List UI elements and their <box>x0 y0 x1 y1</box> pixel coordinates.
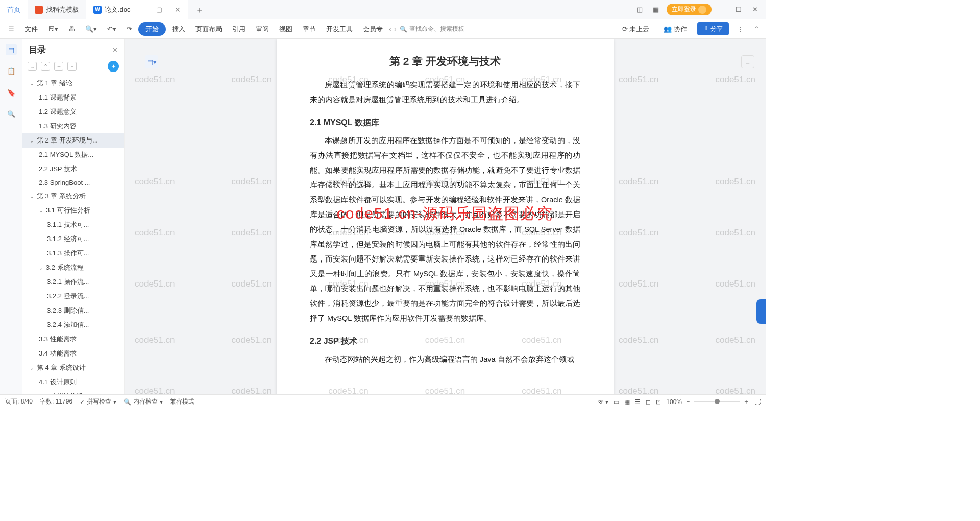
outline-item[interactable]: 4.1 设计原则 <box>22 375 124 389</box>
view-mode-read-icon[interactable]: ◻ <box>646 398 651 406</box>
status-compat[interactable]: 兼容模式 <box>170 397 194 406</box>
outline-item[interactable]: 3.2.4 添加信... <box>22 318 124 332</box>
view-mode-eye-icon[interactable]: 👁 ▾ <box>598 398 608 406</box>
window-minimize[interactable]: — <box>717 4 728 15</box>
menu-search[interactable]: 🔍 查找命令、搜索模板 <box>400 25 464 33</box>
status-page[interactable]: 页面: 8/40 <box>5 397 33 406</box>
menu-more-icon[interactable]: ⋮ <box>735 25 746 33</box>
expand-all-icon[interactable]: ⌃ <box>41 62 50 71</box>
outline-item[interactable]: 3.1.1 技术可... <box>22 218 124 232</box>
outline-item-label: 2.1 MYSQL 数据... <box>39 150 93 159</box>
cooperation-button[interactable]: 👥 协作 <box>659 22 691 36</box>
cloud-status[interactable]: ⟳ 未上云 <box>618 22 654 36</box>
outline-item[interactable]: ⌄3.1 可行性分析 <box>22 203 124 218</box>
zoom-out-icon[interactable]: － <box>685 397 691 406</box>
page-options-icon[interactable]: ≡ <box>741 55 754 68</box>
tab-close-icon[interactable]: ✕ <box>175 6 181 14</box>
window-maximize[interactable]: ☐ <box>733 4 744 15</box>
share-button[interactable]: ⇧ 分享 <box>697 22 729 35</box>
chevron-down-icon[interactable]: ⌄ <box>39 208 45 214</box>
collapse-all-icon[interactable]: ⌄ <box>28 62 37 71</box>
outline-item[interactable]: 3.4 功能需求 <box>22 346 124 361</box>
tab-label: 找稻壳模板 <box>46 5 79 14</box>
status-contentcheck[interactable]: 🔍 内容检查 ▾ <box>124 397 163 406</box>
outline-item[interactable]: ⌄第 1 章 绪论 <box>22 76 124 90</box>
outline-item[interactable]: 1.3 研究内容 <box>22 119 124 133</box>
menu-chapter[interactable]: 章节 <box>299 22 320 36</box>
status-words[interactable]: 字数: 11796 <box>40 397 72 406</box>
menu-collapse-icon[interactable]: ⌃ <box>752 25 762 33</box>
chevron-down-icon[interactable]: ⌄ <box>39 265 45 271</box>
outline-item[interactable]: 3.3 性能需求 <box>22 332 124 346</box>
outline-item[interactable]: 2.1 MYSQL 数据... <box>22 148 124 162</box>
outline-close-icon[interactable]: ✕ <box>112 46 118 54</box>
outline-icon[interactable]: ▤ <box>6 44 17 55</box>
fullscreen-icon[interactable]: ⛶ <box>754 398 761 406</box>
menu-member[interactable]: 会员专 <box>359 22 387 36</box>
preview-icon[interactable]: 🔍▾ <box>81 23 101 35</box>
zoom-slider[interactable] <box>694 401 740 402</box>
outline-item[interactable]: 3.1.3 操作可... <box>22 246 124 260</box>
bookmark-icon[interactable]: 🔖 <box>6 87 17 98</box>
chevron-down-icon[interactable]: ⌄ <box>30 81 36 86</box>
outline-item[interactable]: ⌄第 2 章 开发环境与... <box>22 133 124 148</box>
outline-item[interactable]: 3.2.2 登录流... <box>22 289 124 303</box>
outline-item-label: 第 1 章 绪论 <box>37 79 72 88</box>
outline-item[interactable]: 4.2 功能结构设... <box>22 389 124 394</box>
login-button[interactable]: 立即登录 <box>667 4 712 15</box>
outline-item[interactable]: 3.1.2 经济可... <box>22 232 124 246</box>
menu-nav-next-icon[interactable]: › <box>393 25 397 33</box>
side-drawer-tab[interactable] <box>756 299 766 324</box>
view-mode-page-icon[interactable]: ▭ <box>614 398 619 406</box>
window-close[interactable]: ✕ <box>749 4 761 15</box>
outline-item[interactable]: 2.2 JSP 技术 <box>22 162 124 176</box>
menu-insert[interactable]: 插入 <box>168 22 189 36</box>
outline-item[interactable]: 1.2 课题意义 <box>22 105 124 119</box>
menu-devtools[interactable]: 开发工具 <box>322 22 357 36</box>
chevron-down-icon[interactable]: ⌄ <box>30 194 36 199</box>
outline-item[interactable]: 3.2.3 删除信... <box>22 303 124 318</box>
clipboard-icon[interactable]: 📋 <box>6 65 17 77</box>
outline-item-label: 3.1 可行性分析 <box>46 206 90 215</box>
tab-add[interactable]: ＋ <box>188 4 211 16</box>
status-spellcheck[interactable]: ✓ 拼写检查 ▾ <box>80 397 116 406</box>
zoom-in-icon[interactable]: ＋ <box>743 397 749 406</box>
tab-template[interactable]: 找稻壳模板 <box>28 0 86 19</box>
chevron-down-icon[interactable]: ⌄ <box>30 138 36 144</box>
outline-item[interactable]: 3.2.1 操作流... <box>22 275 124 289</box>
menu-page-layout[interactable]: 页面布局 <box>191 22 226 36</box>
tab-window-icon[interactable]: ▢ <box>156 6 162 13</box>
view-mode-outline-icon[interactable]: ☰ <box>635 398 641 406</box>
document-viewport[interactable]: ▤▾ ≡ 第 2 章 开发环境与技术 房屋租赁管理系统的编码实现需要搭建一定的环… <box>125 39 766 394</box>
layout-icon[interactable]: ◫ <box>634 4 645 15</box>
outline-item[interactable]: 1.1 课题背景 <box>22 90 124 105</box>
undo-icon[interactable]: ↶▾ <box>103 23 120 35</box>
menu-view[interactable]: 视图 <box>275 22 297 36</box>
zoom-control[interactable]: 100% － ＋ <box>666 397 749 406</box>
menu-hamburger-icon[interactable]: ☰ <box>4 23 18 35</box>
apps-icon[interactable]: ▦ <box>650 4 662 15</box>
search-icon[interactable]: 🔍 <box>6 108 17 120</box>
menu-file[interactable]: 文件 <box>20 22 42 36</box>
view-mode-web-icon[interactable]: ▦ <box>624 398 630 406</box>
outline-item[interactable]: ⌄3.2 系统流程 <box>22 260 124 275</box>
tab-home[interactable]: 首页 <box>0 0 28 19</box>
menu-references[interactable]: 引用 <box>228 22 250 36</box>
page-tools-icon[interactable]: ▤▾ <box>145 55 158 68</box>
add-heading-icon[interactable]: ＋ <box>54 62 63 71</box>
menu-review[interactable]: 审阅 <box>252 22 273 36</box>
outline-item-label: 2.3 SpringBoot ... <box>39 179 90 186</box>
outline-item[interactable]: ⌄第 4 章 系统设计 <box>22 361 124 375</box>
save-icon[interactable]: 🖫▾ <box>44 23 62 35</box>
redo-icon[interactable]: ↷ <box>122 23 136 35</box>
menu-start[interactable]: 开始 <box>138 22 166 36</box>
outline-item[interactable]: ⌄第 3 章 系统分析 <box>22 189 124 203</box>
print-icon[interactable]: 🖶 <box>64 23 79 35</box>
chevron-down-icon[interactable]: ⌄ <box>30 365 36 371</box>
tab-document[interactable]: 论文.doc ▢ ✕ <box>86 0 188 19</box>
outline-item[interactable]: 2.3 SpringBoot ... <box>22 176 124 189</box>
fit-page-icon[interactable]: ⊡ <box>656 398 661 406</box>
menu-nav-prev-icon[interactable]: ‹ <box>388 25 392 33</box>
ai-assistant-icon[interactable]: ✦ <box>108 61 119 72</box>
remove-heading-icon[interactable]: － <box>67 62 77 71</box>
